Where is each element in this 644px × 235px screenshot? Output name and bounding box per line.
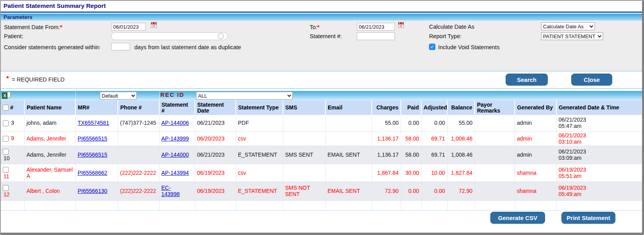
paid-cell: 58.00: [401, 131, 421, 146]
statement-link[interactable]: AP-143994: [161, 170, 189, 176]
statement-date-from-calendar-icon[interactable]: 17: [151, 22, 157, 28]
header-phone: Phone #: [118, 100, 159, 115]
generated-by-cell: shamna: [515, 164, 556, 181]
generated-by-cell: admin: [515, 115, 556, 131]
payor-remarks-cell: [475, 131, 515, 146]
toolbar-separator: [160, 91, 160, 100]
calendar-icon-top: [151, 22, 156, 24]
rec-id-label: REC ID: [160, 92, 184, 98]
charges-cell: 1,136.17: [372, 131, 401, 146]
include-void-checkbox[interactable]: [429, 44, 435, 50]
statement-type-cell: E_STATEMENT: [236, 146, 283, 164]
report-type-select[interactable]: PATIENT STATEMENT: [541, 32, 603, 40]
balance-cell: 55.00: [447, 115, 475, 131]
table-header-row: # Patient Name MR# Phone # Statement # S…: [1, 100, 642, 115]
charges-cell: 72.90: [372, 181, 401, 200]
balance-cell: 1,008.46: [447, 146, 475, 164]
to-date-calendar-icon[interactable]: 17: [398, 22, 404, 28]
statement-date-from-input[interactable]: [111, 23, 146, 31]
balance-cell: 72.90: [447, 181, 475, 200]
sms-cell: [283, 164, 325, 181]
to-date-input[interactable]: [357, 23, 395, 31]
generated-datetime-cell: 06/19/202305:49:am: [556, 181, 642, 200]
divider: [1, 71, 642, 72]
row-checkbox[interactable]: [3, 167, 9, 173]
statement-num-cell: AP-143999: [159, 131, 195, 146]
header-num: #: [10, 104, 13, 111]
grid-view-select[interactable]: Default: [100, 92, 137, 100]
statement-link[interactable]: AP-143999: [161, 135, 189, 142]
header-email: Email: [325, 100, 372, 115]
patient-search-input[interactable]: [111, 32, 228, 40]
header-balance: Balance: [447, 100, 475, 115]
generate-csv-button[interactable]: Generate CSV: [490, 212, 545, 224]
table-row: 10 Adams, Jennifer PI65566515 AP-144000 …: [1, 146, 642, 164]
row-number: 9: [11, 135, 14, 141]
payor-remarks-cell: [475, 115, 515, 131]
generated-datetime-cell: 06/21/202303:09:am: [556, 146, 642, 164]
duplicate-days-suffix: days from last statement date as duplica…: [134, 44, 241, 50]
required-asterisk: *: [60, 24, 62, 30]
table-row: 3 johns, adam TX65574581 (747)377-1245 A…: [1, 115, 642, 131]
mr-link[interactable]: PI65566130: [78, 188, 108, 194]
charges-cell: 1,867.84: [372, 164, 401, 181]
duplicate-days-input[interactable]: [111, 43, 130, 50]
patient-name-cell: Adams, Jennifer: [24, 131, 75, 146]
header-statement-date: Statement Date: [195, 100, 236, 115]
header-paid: Paid: [401, 100, 421, 115]
rec-id-select[interactable]: ALL: [196, 92, 293, 100]
header-generated-by: Generated By: [515, 100, 556, 115]
statement-link[interactable]: EC-143998: [161, 185, 179, 197]
row-checkbox[interactable]: [3, 136, 9, 142]
calendar-icon-top: [398, 22, 404, 24]
page-title: Patient Statement Summary Report: [4, 2, 106, 9]
statement-type-cell: PDF: [236, 115, 283, 131]
mr-link[interactable]: PI65566515: [78, 152, 108, 158]
calendar-icon-date: 17: [400, 25, 402, 27]
mr-link[interactable]: PI65568662: [78, 170, 108, 176]
header-patient-name: Patient Name: [24, 100, 75, 115]
parameters-title: Parameters: [4, 14, 33, 20]
generated-by-cell: shamna: [515, 181, 556, 200]
patient-name-cell: Alexander, Samuel A: [24, 164, 75, 181]
mr-link[interactable]: TX65574581: [78, 120, 109, 126]
generated-datetime-cell: 06/19/202305:51:am: [556, 164, 642, 181]
statement-num-cell: AP-143994: [159, 164, 195, 181]
patient-statement-summary-window: Patient Statement Summary Report Paramet…: [0, 0, 644, 235]
mr-cell: PI65566515: [75, 146, 118, 164]
charges-cell: 1,136.17: [372, 146, 401, 164]
statement-date-from-label: Statement Date From:*: [4, 24, 62, 30]
close-button[interactable]: Close: [571, 74, 612, 85]
search-button[interactable]: Search: [506, 74, 548, 85]
table-toolbar: [1, 91, 642, 100]
title-divider: [1, 11, 642, 13]
adjusted-cell: 69.71: [421, 146, 447, 164]
email-cell: [325, 131, 372, 146]
statement-link[interactable]: AP-144000: [161, 152, 189, 158]
row-number: 3: [11, 120, 14, 126]
row-number: 12: [4, 191, 22, 198]
report-type-label: Report Type:: [429, 33, 462, 39]
mr-cell: PI65568662: [75, 164, 118, 181]
excel-export-icon[interactable]: X: [2, 92, 11, 100]
statement-link[interactable]: AP-144006: [161, 120, 189, 126]
table-row: 9 Adams, Jennifer PI65566515 AP-143999 0…: [1, 131, 642, 146]
row-checkbox[interactable]: [3, 149, 9, 155]
table-row: 12 Albert , Colon PI65566130 (222)222-22…: [1, 181, 642, 200]
paid-cell: 0.00: [401, 181, 421, 200]
calculate-date-as-select[interactable]: Calculate Date As: [541, 22, 595, 30]
paid-cell: 30.00: [401, 164, 421, 181]
patient-search-icon[interactable]: [218, 33, 224, 39]
row-checkbox[interactable]: [3, 120, 9, 126]
sms-cell: [283, 115, 325, 131]
mr-link[interactable]: PI65566515: [78, 135, 108, 142]
print-statement-button[interactable]: Print Statement: [561, 212, 615, 224]
generated-datetime-cell: 06/21/202303:10:am: [556, 131, 642, 146]
select-all-checkbox[interactable]: [3, 105, 9, 111]
row-checkbox[interactable]: [3, 185, 9, 191]
adjusted-cell: 0.00: [421, 181, 447, 200]
generated-by-cell: admin: [515, 131, 556, 146]
patient-label: Patient:: [4, 33, 23, 39]
statements-table: # Patient Name MR# Phone # Statement # S…: [1, 100, 642, 211]
statement-number-input[interactable]: [357, 32, 395, 40]
